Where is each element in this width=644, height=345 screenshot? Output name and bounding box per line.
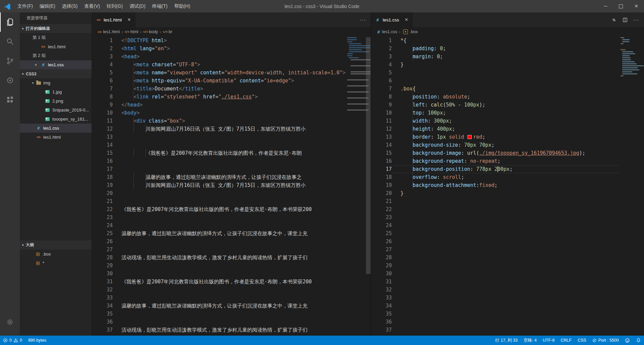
problems-status[interactable]: 0 0 <box>0 336 25 345</box>
code-editor-html[interactable]: 1<!DOCTYPE html>2<html lang="en">3<head>… <box>92 37 346 336</box>
indentation-status[interactable]: 空格: 4 <box>521 338 540 343</box>
more-actions-icon[interactable] <box>360 17 366 23</box>
cursor-position-status[interactable]: 行 17, 列 33 <box>492 338 521 343</box>
line-number: 5 <box>92 69 113 77</box>
close-tab-icon[interactable] <box>127 17 131 23</box>
tree-item[interactable]: Snipaste_2019-0... <box>20 106 92 115</box>
split-editor-icon[interactable] <box>622 17 628 23</box>
close-icon[interactable] <box>35 62 41 67</box>
minimap-2[interactable] <box>619 37 644 336</box>
indent-guide <box>146 125 146 133</box>
open-editor-item[interactable]: les1.css <box>20 60 92 69</box>
symbol-name: * <box>43 261 44 266</box>
outline-item[interactable]: .box <box>20 250 92 259</box>
menu-item[interactable]: 文件(F) <box>14 3 36 9</box>
maximize-button[interactable] <box>613 0 629 12</box>
indent-guide <box>413 181 413 189</box>
settings-gear-icon[interactable] <box>0 312 20 332</box>
tree-item[interactable]: img <box>20 78 92 87</box>
code-line: 23 <box>92 213 346 221</box>
close-tab-icon[interactable] <box>404 17 409 23</box>
sync-icon[interactable] <box>611 17 617 23</box>
scrollbar-thumb[interactable] <box>366 37 371 274</box>
explorer-icon[interactable] <box>0 12 20 32</box>
breadcrumb-item[interactable]: les1.css <box>376 29 397 34</box>
tree-item[interactable]: les1.css <box>20 124 92 133</box>
open-editor-item[interactable]: les1.html <box>20 42 92 51</box>
notifications-bell-icon[interactable] <box>633 338 644 343</box>
indent-guide <box>146 149 146 157</box>
chevron-right-icon <box>121 29 124 34</box>
line-number: 12 <box>371 125 392 133</box>
minimap-line <box>622 59 631 60</box>
more-actions-icon[interactable] <box>633 17 639 23</box>
indent-guide <box>133 61 134 69</box>
tab-les1-css[interactable]: les1.css <box>371 12 413 27</box>
line-number: 32 <box>371 286 392 294</box>
css-file-icon <box>36 126 41 131</box>
code-line: 10 top: 100px; <box>371 109 619 117</box>
tab-les1-html[interactable]: les1.html <box>92 12 136 27</box>
line-number: 4 <box>371 61 392 69</box>
line-number: 7 <box>371 85 392 93</box>
minimap-line <box>622 65 644 66</box>
code-line: 26 <box>92 237 346 246</box>
code-line: 38 <box>371 334 619 336</box>
tree-item[interactable]: 1.jpg <box>20 87 92 96</box>
tree-item[interactable]: les1.html <box>20 133 92 142</box>
line-number: 23 <box>92 213 113 221</box>
encoding-status[interactable]: UTF-8 <box>540 338 557 343</box>
close-button[interactable] <box>629 0 644 12</box>
indent-guide <box>146 181 146 189</box>
menu-item[interactable]: 调试(D) <box>126 3 149 9</box>
menu-item[interactable]: 终端(T) <box>149 3 171 9</box>
minimap-line <box>622 39 630 40</box>
breadcrumb-item[interactable]: les1.html <box>97 29 120 34</box>
code-editor-css[interactable]: 1*{2 padding: 0;3 margin: 0;4}567.box{8 … <box>371 37 619 336</box>
menu-item[interactable]: 查看(V) <box>81 3 103 9</box>
line-number: 30 <box>92 270 113 278</box>
outline-header[interactable]: 大纲 <box>20 240 92 250</box>
code-line: 2<html lang="en"> <box>92 45 346 53</box>
menu-item[interactable]: 选择(S) <box>59 3 81 9</box>
source-control-icon[interactable] <box>0 51 20 71</box>
line-number: 35 <box>371 310 392 318</box>
tree-item[interactable]: 2.png <box>20 96 92 106</box>
file-name: les1.css <box>48 62 64 67</box>
search-icon[interactable] <box>0 32 20 51</box>
debug-icon[interactable] <box>0 71 20 90</box>
minimize-button[interactable] <box>598 0 613 12</box>
minimap-line <box>622 53 635 54</box>
line-number: 2 <box>371 45 392 53</box>
breadcrumb-item[interactable]: .box <box>402 29 418 34</box>
tree-item[interactable]: tooopen_sy_161... <box>20 115 92 124</box>
extensions-icon[interactable] <box>0 90 20 110</box>
open-editors-header[interactable]: 打开的编辑器 <box>20 24 92 33</box>
breadcrumb-item[interactable]: body <box>143 29 158 34</box>
minimap-line <box>622 51 633 52</box>
code-line: 21 <box>92 197 346 205</box>
file-name: Snipaste_2019-0... <box>52 108 89 113</box>
line-number: 38 <box>92 334 113 336</box>
indent-guide <box>413 133 413 141</box>
outline-item[interactable]: * <box>20 259 92 268</box>
workspace-header[interactable]: CSS3 <box>20 69 92 78</box>
eol-status[interactable]: CRLF <box>557 338 575 343</box>
code-line: 13 <box>92 133 346 141</box>
code-line: 35 <box>92 310 346 318</box>
code-line: 31 <box>371 278 619 286</box>
color-swatch <box>468 135 472 139</box>
code-line: 36 <box>92 318 346 326</box>
line-number: 34 <box>371 302 392 310</box>
menu-item[interactable]: 转到(G) <box>103 3 126 9</box>
breadcrumb-item[interactable]: html <box>125 29 139 34</box>
indent-guide <box>133 77 134 85</box>
menu-item[interactable]: 帮助(H) <box>171 3 193 9</box>
breadcrumb-item[interactable]: br <box>163 29 172 34</box>
language-status[interactable]: CSS <box>575 338 589 343</box>
live-server-port-status[interactable]: Port : 5500 <box>589 338 622 343</box>
menu-item[interactable]: 编辑(E) <box>36 3 59 9</box>
line-number: 26 <box>92 237 113 246</box>
feedback-icon[interactable] <box>622 338 633 343</box>
file-name: les1.css <box>43 126 59 131</box>
